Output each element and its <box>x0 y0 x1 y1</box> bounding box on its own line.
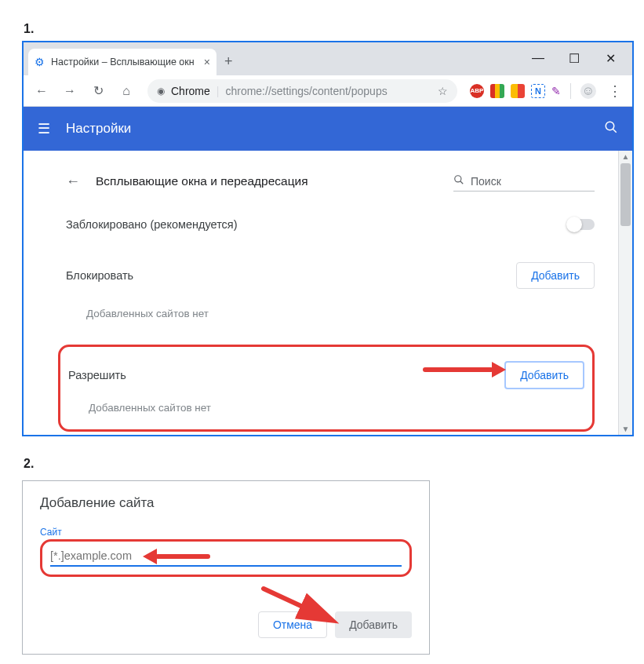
search-field[interactable]: Поиск <box>453 171 595 192</box>
blocked-toggle-row: Заблокировано (рекомендуется) <box>66 202 595 246</box>
profile-avatar[interactable]: ☺ <box>580 83 596 99</box>
cancel-button[interactable]: Отмена <box>258 611 327 638</box>
close-icon[interactable]: × <box>204 56 210 68</box>
dialog-title: Добавление сайта <box>40 495 412 511</box>
back-arrow-icon[interactable]: ← <box>66 173 80 190</box>
feather-extension-icon[interactable]: ✎ <box>551 85 561 97</box>
omnibox-origin: Chrome <box>171 85 210 97</box>
window-close-button[interactable]: ✕ <box>593 47 628 69</box>
svg-point-2 <box>455 176 461 182</box>
omnibox-separator: | <box>216 85 220 97</box>
back-button[interactable]: ← <box>30 79 53 103</box>
window-minimize-button[interactable]: — <box>521 47 555 69</box>
search-icon[interactable] <box>604 120 618 138</box>
scroll-thumb[interactable] <box>620 163 631 226</box>
allow-add-button[interactable]: Добавить <box>504 361 584 389</box>
settings-title: Настройки <box>66 121 131 137</box>
bookmark-star-icon[interactable]: ☆ <box>438 85 448 97</box>
highlight-allow-box: Разрешить Добавить Добавленных сайтов не… <box>58 345 595 432</box>
site-input[interactable] <box>50 548 402 567</box>
block-label: Блокировать <box>66 269 133 282</box>
hamburger-icon[interactable]: ☰ <box>38 120 50 137</box>
svg-point-0 <box>606 122 614 130</box>
abp-extension-icon[interactable]: ABP <box>470 84 484 98</box>
omnibox[interactable]: ◉ Chrome | chrome://settings/content/pop… <box>147 79 457 103</box>
toolbar-separator <box>570 83 571 99</box>
titlebar: ⚙ Настройки – Всплывающие окн × + — ☐ ✕ <box>24 42 632 75</box>
home-button[interactable]: ⌂ <box>115 79 138 103</box>
step-1-label: 1. <box>24 22 628 36</box>
browser-tab[interactable]: ⚙ Настройки – Всплывающие окн × <box>28 49 216 75</box>
allow-empty-note: Добавленных сайтов нет <box>65 399 588 428</box>
blocked-toggle[interactable] <box>568 219 595 230</box>
svg-line-3 <box>460 181 464 184</box>
highlight-input-box <box>40 539 412 577</box>
block-add-button[interactable]: Добавить <box>516 262 595 289</box>
block-empty-note: Добавленных сайтов нет <box>66 305 595 334</box>
reload-button[interactable]: ↻ <box>86 79 110 103</box>
allow-section-header: Разрешить Добавить <box>65 352 588 399</box>
menu-button[interactable]: ⋮ <box>602 79 626 103</box>
section-title: Всплывающие окна и переадресация <box>96 174 308 188</box>
forward-button[interactable]: → <box>58 79 82 103</box>
omnibox-url: chrome://settings/content/popups <box>225 85 387 97</box>
blocked-label: Заблокировано (рекомендуется) <box>66 218 238 231</box>
scroll-up-icon[interactable]: ▲ <box>619 152 632 161</box>
add-site-dialog: Добавление сайта Сайт Отмена Добавить <box>22 480 430 655</box>
svg-line-1 <box>613 129 617 133</box>
scrollbar[interactable]: ▲ ▼ <box>618 151 632 435</box>
settings-app-bar: ☰ Настройки <box>24 107 632 151</box>
step-2-label: 2. <box>24 457 628 471</box>
extensions-row: ABP N ✎ ☺ ⋮ <box>470 79 626 103</box>
chrome-window: ⚙ Настройки – Всплывающие окн × + — ☐ ✕ … <box>22 41 634 436</box>
flag-extension-icon[interactable] <box>490 84 504 98</box>
block-section-header: Блокировать Добавить <box>66 246 595 305</box>
search-placeholder: Поиск <box>471 175 501 188</box>
site-info-icon: ◉ <box>157 86 165 97</box>
allow-label: Разрешить <box>68 369 126 381</box>
gear-icon: ⚙ <box>35 57 45 67</box>
site-field-label: Сайт <box>40 527 412 538</box>
bookmark-extension-icon[interactable] <box>511 84 525 98</box>
tab-title: Настройки – Всплывающие окн <box>51 57 198 67</box>
new-tab-button[interactable]: + <box>224 53 233 70</box>
search-icon <box>453 174 464 188</box>
n-extension-icon[interactable]: N <box>531 84 545 98</box>
scroll-down-icon[interactable]: ▼ <box>619 425 632 433</box>
window-maximize-button[interactable]: ☐ <box>557 47 591 69</box>
nav-toolbar: ← → ↻ ⌂ ◉ Chrome | chrome://settings/con… <box>24 75 632 107</box>
add-button[interactable]: Добавить <box>335 611 412 638</box>
